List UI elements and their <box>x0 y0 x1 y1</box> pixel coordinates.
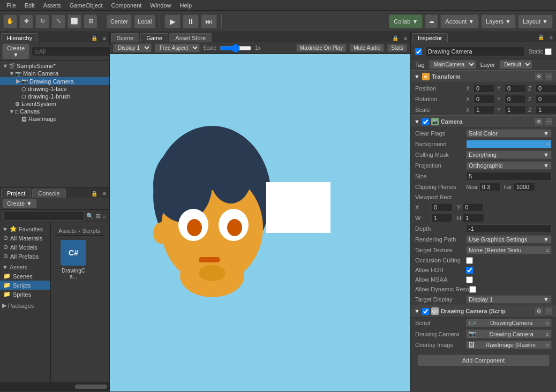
layout-button[interactable]: Layout ▼ <box>518 14 553 28</box>
view-icon[interactable]: ≡ <box>103 213 106 219</box>
play-button[interactable]: ▶ <box>164 14 181 28</box>
viewport-x-input[interactable] <box>431 203 453 212</box>
layer-select[interactable]: Default <box>499 60 532 69</box>
transform-settings-icon[interactable]: ⚙ <box>535 72 543 81</box>
hierarchy-item-canvas[interactable]: ▼ □ Canvas <box>0 108 109 115</box>
far-input[interactable] <box>514 183 535 191</box>
position-x-input[interactable] <box>474 84 495 93</box>
depth-input[interactable] <box>466 224 552 233</box>
viewport-h-input[interactable] <box>463 214 484 222</box>
scale-tool-button[interactable]: ⤡ <box>51 14 65 28</box>
scale-slider[interactable] <box>220 44 252 52</box>
scene-tab[interactable]: Scene <box>111 33 139 42</box>
object-enabled-checkbox[interactable] <box>415 48 422 55</box>
project-search-input[interactable] <box>3 211 84 221</box>
inspector-menu-icon[interactable]: ≡ <box>547 33 555 42</box>
script-component-header[interactable]: ▼ C# Drawing Camera (Scrip ⚙ ⋯ <box>411 305 556 318</box>
drawing-camera-ref-field[interactable]: 📷 Drawing Camera ○ <box>466 329 552 338</box>
project-create-button[interactable]: Create ▼ <box>2 199 37 208</box>
occlusion-culling-checkbox[interactable] <box>466 257 473 264</box>
project-sidebar-all-prefabs[interactable]: ⊙ All Prefabs <box>0 252 50 261</box>
allow-hdr-checkbox[interactable] <box>466 267 473 274</box>
transform-more-icon[interactable]: ⋯ <box>544 72 553 81</box>
clear-flags-select[interactable]: Solid Color ▼ <box>466 129 552 138</box>
inspector-tab[interactable]: Inspector <box>412 33 448 42</box>
search-icon[interactable]: 🔍 <box>86 213 94 220</box>
rotation-x-input[interactable] <box>474 95 495 103</box>
breadcrumb-scripts[interactable]: Scripts <box>82 228 101 234</box>
project-sidebar-scripts[interactable]: 📁 Scripts <box>0 281 50 290</box>
game-tab[interactable]: Game <box>140 33 168 42</box>
projection-select[interactable]: Orthographic ▼ <box>466 161 552 170</box>
scale-y-input[interactable] <box>505 105 526 114</box>
script-settings-icon[interactable]: ⚙ <box>535 307 543 315</box>
center-button[interactable]: Center <box>107 14 132 28</box>
hierarchy-item-face[interactable]: ⬡ drawing-1-face <box>0 85 109 93</box>
hierarchy-search-input[interactable] <box>32 47 111 56</box>
transform-component-header[interactable]: ▼ ⊕ Transform ⚙ ⋯ <box>411 70 556 83</box>
cloud-button[interactable]: ☁ <box>425 14 438 28</box>
hierarchy-menu-icon[interactable]: ≡ <box>101 34 108 42</box>
script-field-select[interactable]: C# DrawingCamera ○ <box>466 319 552 327</box>
rendering-path-select[interactable]: Use Graphics Settings ▼ <box>466 235 552 244</box>
hierarchy-tab[interactable]: Hierarchy <box>1 33 38 42</box>
menu-help[interactable]: Help <box>175 2 196 9</box>
camera-component-header[interactable]: ▼ 📷 Camera ⚙ ⋯ <box>411 115 556 128</box>
favorites-section[interactable]: ▼ ⭐ Favorites <box>0 224 50 233</box>
hierarchy-create-button[interactable]: Create ▼ <box>2 43 29 59</box>
target-texture-select[interactable]: None (Render Textu ○ <box>466 246 552 254</box>
transform-tool-button[interactable]: ⊞ <box>84 14 97 28</box>
move-tool-button[interactable]: ✥ <box>19 14 33 28</box>
camera-enabled-checkbox[interactable] <box>422 118 429 125</box>
console-tab[interactable]: Console <box>32 189 65 198</box>
project-sidebar-all-materials[interactable]: ⊙ All Materials <box>0 233 50 243</box>
layers-button[interactable]: Layers ▼ <box>481 14 516 28</box>
script-more-icon[interactable]: ⋯ <box>544 307 553 315</box>
viewport-w-input[interactable] <box>431 214 453 222</box>
viewport-y-input[interactable] <box>462 203 484 212</box>
mute-button[interactable]: Mute Audio <box>350 44 384 52</box>
filter-icon[interactable]: ⊞ <box>96 213 101 220</box>
stats-button[interactable]: Stats <box>387 44 407 52</box>
camera-settings-icon[interactable]: ⚙ <box>535 117 543 126</box>
project-tab[interactable]: Project <box>1 189 31 198</box>
scale-z-input[interactable] <box>536 105 556 114</box>
rotate-tool-button[interactable]: ↻ <box>35 14 49 28</box>
project-sidebar-sprites[interactable]: 📁 Sprites <box>0 290 50 299</box>
menu-gameobject[interactable]: GameObject <box>65 2 107 9</box>
project-menu-icon[interactable]: ≡ <box>101 190 108 198</box>
object-name-input[interactable] <box>425 47 525 56</box>
hierarchy-item-rawimage[interactable]: 🖼 RawImage <box>0 115 109 123</box>
menu-assets[interactable]: Assets <box>39 2 65 9</box>
position-z-input[interactable] <box>536 84 556 93</box>
project-sidebar-all-models[interactable]: ⊙ All Models <box>0 243 50 252</box>
assets-section[interactable]: ▼ Assets <box>0 263 50 272</box>
near-input[interactable] <box>479 183 501 191</box>
hierarchy-item-samplescene[interactable]: ▼ 🎬 SampleScene* <box>0 62 109 70</box>
tag-select[interactable]: MainCamera <box>429 60 476 69</box>
collab-button[interactable]: Collab ▼ <box>389 14 423 28</box>
display-select[interactable]: Display 1 <box>113 43 152 52</box>
menu-component[interactable]: Component <box>107 2 146 9</box>
rect-tool-button[interactable]: ⬜ <box>67 14 81 28</box>
allow-dynamic-checkbox[interactable] <box>469 286 476 293</box>
local-button[interactable]: Local <box>134 14 155 28</box>
hand-tool-button[interactable]: ✋ <box>3 14 17 28</box>
asset-store-tab[interactable]: Asset Store <box>169 33 212 42</box>
hierarchy-item-eventsystem[interactable]: ⚙ EventSystem <box>0 100 109 108</box>
account-button[interactable]: Account ▼ <box>440 14 479 28</box>
pause-button[interactable]: ⏸ <box>183 14 199 28</box>
maximize-button[interactable]: Maximize On Play <box>296 44 347 52</box>
camera-more-icon[interactable]: ⋯ <box>544 117 553 126</box>
allow-msaa-checkbox[interactable] <box>466 276 473 283</box>
culling-mask-select[interactable]: Everything ▼ <box>466 150 552 159</box>
project-sidebar-scenes[interactable]: 📁 Scenes <box>0 272 50 281</box>
menu-file[interactable]: File <box>2 2 20 9</box>
rotation-z-input[interactable] <box>536 95 556 103</box>
script-enabled-checkbox[interactable] <box>422 308 429 315</box>
menu-edit[interactable]: Edit <box>20 2 39 9</box>
file-drawingcamera[interactable]: DrawingCa... <box>57 238 89 282</box>
position-y-input[interactable] <box>505 84 526 93</box>
hierarchy-item-drawingcamera[interactable]: ▶ 📷 Drawing Camera <box>0 77 109 85</box>
step-button[interactable]: ⏭ <box>201 14 217 28</box>
